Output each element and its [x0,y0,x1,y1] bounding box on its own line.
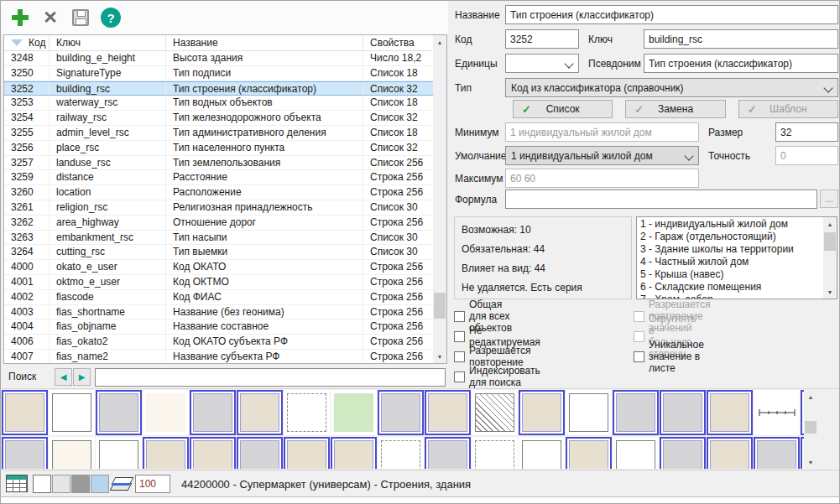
palette-cell[interactable] [378,437,424,469]
column-header-key[interactable]: Ключ [50,35,166,50]
checkbox-разрешается[interactable]: Разрешается повторение [454,350,530,363]
table-row[interactable]: 3252building_rscТип строения (классифика… [4,81,433,96]
background-swatch-button[interactable] [52,475,70,493]
table-row[interactable]: 4003fias_shortnameНазвание (без геонима)… [4,305,433,320]
key-field[interactable] [644,29,838,49]
checkbox-уникальное[interactable]: Уникальное значение в листе [634,350,704,363]
palette-cell[interactable] [284,437,330,469]
values-list-scrollbar[interactable]: ▲ ▼ [823,217,837,299]
palette-cell[interactable] [754,390,800,435]
table-row[interactable]: 3254railway_rscТип железнодорожного объе… [4,111,433,126]
checkbox-box[interactable] [454,331,465,342]
table-row[interactable]: 3250SignatureTypeТип подписиСписок 18 [4,66,433,81]
maximum-field[interactable] [505,169,699,188]
palette-cell[interactable] [143,390,189,435]
add-button[interactable] [9,7,31,29]
default-combobox[interactable]: 1 индивидуальный жилой дом [505,146,699,165]
column-header-props[interactable]: Свойства [363,35,433,50]
palette-scrollbar[interactable]: ▲ ▼ [804,390,817,469]
palette-cell[interactable] [331,437,377,469]
table-row[interactable]: 3264cutting_rscТип выемкиСписок 30 [4,245,433,260]
scroll-track[interactable] [823,231,837,285]
precision-field[interactable] [775,146,838,165]
palette-cell[interactable] [425,390,471,435]
palette-cell[interactable] [519,437,565,469]
map-sheet-icon[interactable] [110,476,132,491]
checkbox-box[interactable] [634,351,644,362]
background-swatch-button[interactable] [91,475,109,493]
palette-cell[interactable] [190,390,236,435]
scroll-thumb[interactable] [824,232,836,251]
scroll-down-button[interactable]: ▼ [823,285,837,299]
palette-cell[interactable] [96,390,142,435]
table-row[interactable]: 3261religion_rscРелигиозная принадлежнос… [4,200,433,216]
alias-field[interactable] [644,54,838,73]
help-button[interactable]: ? [100,7,122,29]
table-row[interactable]: 4007fias_name2Название субъекта РФСтрока… [4,350,433,363]
palette-cell[interactable] [143,437,189,469]
table-row[interactable]: 3262area_highwayОтношение дорогСтрока 25… [4,216,433,231]
classifier-value-item[interactable]: 6 - Складские помещения [640,281,823,294]
palette-cell[interactable] [613,390,659,435]
table-row[interactable]: 4001oktmo_e_userКод ОКТМОСтрока 256 [4,275,433,290]
palette-cell[interactable] [472,437,518,469]
scroll-thumb[interactable] [434,293,446,319]
scroll-down-button[interactable]: ▼ [804,455,817,469]
checkbox-не[interactable]: Не редактируемая [454,330,540,343]
save-button[interactable] [70,7,91,29]
palette-cell[interactable] [425,437,471,469]
classifier-value-item[interactable]: 4 - Частный жилой дом [640,256,823,268]
palette-cell[interactable] [472,390,518,435]
table-row[interactable]: 3256place_rscТип населенного пунктаСписо… [4,141,433,156]
classifier-value-item[interactable]: 2 - Гараж (отдельностоящий) [640,231,823,243]
palette-cell[interactable] [2,437,48,469]
palette-cell[interactable] [660,437,706,469]
table-row[interactable]: 3248building_e_heightВысота зданияЧисло … [4,51,433,66]
delete-button[interactable]: ✕ [39,7,61,29]
palette-cell[interactable] [190,437,236,469]
search-prev-button[interactable]: ◀ [55,368,72,386]
scroll-down-button[interactable]: ▼ [433,350,446,363]
search-next-button[interactable]: ▶ [73,368,91,386]
type-combobox[interactable]: Код из классификатора (справочник) [505,78,838,97]
scale-input[interactable] [135,475,170,493]
table-row[interactable]: 4000okato_e_userКод ОКАТОСтрока 256 [4,260,433,275]
formula-field[interactable] [505,190,817,209]
classifier-value-item[interactable]: 1 - индивидуальный жилой дом [640,218,823,231]
classifier-value-item[interactable]: 5 - Крыша (навес) [640,268,823,281]
scroll-up-button[interactable]: ▲ [823,217,837,231]
palette-cell[interactable] [566,437,612,469]
table-view-icon[interactable] [6,475,28,492]
palette-cell[interactable] [237,437,283,469]
palette-cell[interactable] [284,390,330,435]
palette-cell[interactable] [566,390,612,435]
background-swatch-button[interactable] [71,475,90,493]
checkbox-индексировать[interactable]: Индексировать для поиска [454,370,540,383]
formula-browse-button[interactable]: ... [820,190,838,208]
table-row[interactable]: 3259distanceРасстояниеСтрока 256 [4,170,433,185]
palette-cell[interactable] [49,390,95,435]
table-scrollbar[interactable]: ▲ ▼ [433,35,446,363]
table-row[interactable]: 4004fias_objnameНазвание составноеСтрока… [4,320,433,335]
column-header-code[interactable]: Код [4,35,50,50]
scroll-thumb[interactable] [805,421,817,434]
palette-cell[interactable] [519,390,565,435]
table-row[interactable]: 3257landuse_rscТип землепользованияСписо… [4,156,433,171]
table-row[interactable]: 3255admin_level_rscТип административного… [4,126,433,141]
palette-cell[interactable] [613,437,659,469]
scroll-up-button[interactable]: ▲ [433,35,446,49]
column-header-name[interactable]: Название [166,35,363,50]
minimum-field[interactable] [505,122,699,142]
checkbox-box[interactable] [454,351,465,362]
checkbox-общая[interactable]: Общая для всех объектов [454,309,512,323]
palette-cell[interactable] [2,390,48,435]
table-row[interactable]: 3263embankment_rscТип насыпиСписок 30 [4,231,433,246]
mode-button-замена[interactable]: ✓Замена [625,100,725,118]
table-row[interactable]: 3253waterway_rscТип водных объектовСписо… [4,96,433,111]
palette-cell[interactable] [331,390,377,435]
palette-cell[interactable] [378,390,424,435]
table-row[interactable]: 3260locationРасположениеСтрока 256 [4,185,433,200]
palette-cell[interactable] [49,437,95,469]
palette-cell[interactable] [96,437,142,469]
search-input[interactable] [95,368,446,387]
